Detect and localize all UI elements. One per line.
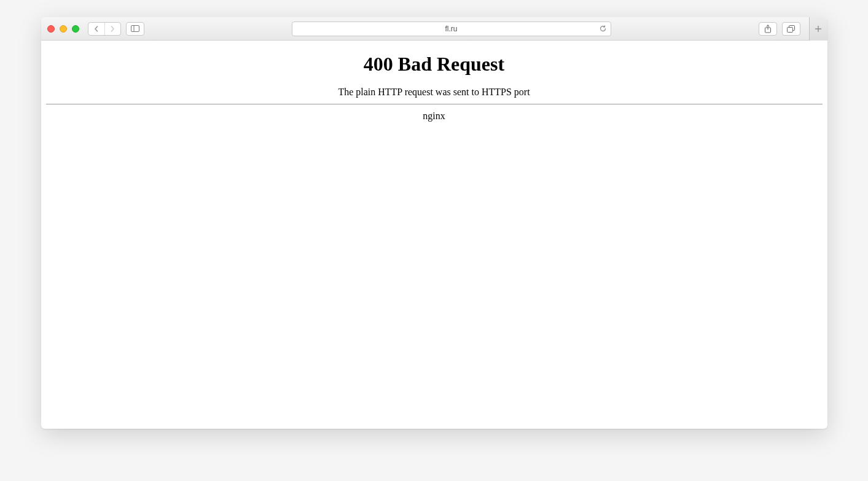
divider — [46, 104, 823, 104]
chevron-right-icon — [109, 26, 115, 32]
svg-rect-5 — [787, 27, 792, 32]
tabs-overview-button[interactable] — [782, 22, 800, 36]
address-bar-url: fl.ru — [445, 25, 457, 33]
navigation-buttons — [88, 22, 121, 36]
page-content: 400 Bad Request The plain HTTP request w… — [41, 41, 827, 429]
error-message: The plain HTTP request was sent to HTTPS… — [46, 87, 823, 98]
new-tab-button[interactable] — [809, 17, 827, 41]
share-button[interactable] — [759, 22, 777, 36]
toolbar-right-buttons — [759, 22, 800, 36]
sidebar-toggle-button[interactable] — [126, 22, 144, 36]
window-controls — [47, 25, 79, 33]
minimize-window-button[interactable] — [60, 25, 67, 33]
sidebar-icon — [131, 25, 139, 32]
chevron-left-icon — [93, 26, 100, 32]
error-heading: 400 Bad Request — [46, 53, 823, 76]
share-icon — [764, 25, 772, 33]
tabs-icon — [787, 25, 796, 33]
svg-rect-0 — [131, 26, 139, 32]
browser-window: fl.ru — [41, 17, 827, 429]
address-bar[interactable]: fl.ru — [292, 22, 611, 36]
browser-toolbar: fl.ru — [41, 17, 827, 41]
server-signature: nginx — [46, 111, 823, 122]
back-button[interactable] — [88, 23, 104, 35]
plus-icon — [815, 25, 822, 33]
close-window-button[interactable] — [47, 25, 55, 33]
forward-button[interactable] — [104, 23, 120, 35]
reload-button[interactable] — [599, 25, 607, 33]
reload-icon — [599, 25, 607, 33]
fullscreen-window-button[interactable] — [72, 25, 79, 33]
